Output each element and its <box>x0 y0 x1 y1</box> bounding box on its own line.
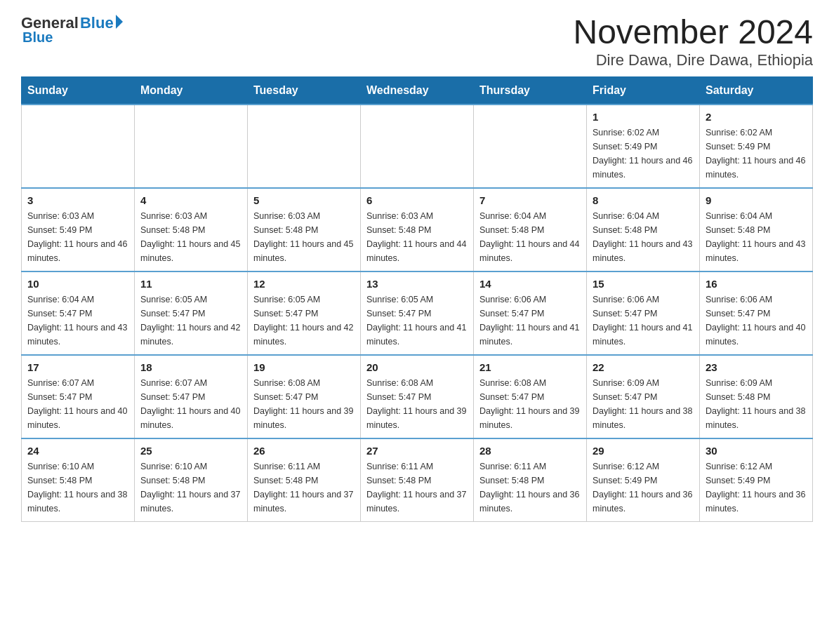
day-info: Sunrise: 6:11 AM Sunset: 5:48 PM Dayligh… <box>479 459 581 516</box>
calendar-day-header: Saturday <box>700 76 813 105</box>
day-number: 5 <box>253 194 355 206</box>
calendar-day-header: Tuesday <box>248 76 361 105</box>
day-info: Sunrise: 6:04 AM Sunset: 5:48 PM Dayligh… <box>593 209 694 265</box>
calendar-cell: 14Sunrise: 6:06 AM Sunset: 5:47 PM Dayli… <box>474 271 587 355</box>
calendar-cell: 17Sunrise: 6:07 AM Sunset: 5:47 PM Dayli… <box>22 355 135 438</box>
day-info: Sunrise: 6:11 AM Sunset: 5:48 PM Dayligh… <box>366 459 468 516</box>
calendar-table: SundayMondayTuesdayWednesdayThursdayFrid… <box>21 76 813 522</box>
calendar-cell: 21Sunrise: 6:08 AM Sunset: 5:47 PM Dayli… <box>474 355 587 438</box>
logo: General Blue Blue <box>21 14 123 46</box>
day-info: Sunrise: 6:08 AM Sunset: 5:47 PM Dayligh… <box>479 376 581 432</box>
calendar-week-row: 1Sunrise: 6:02 AM Sunset: 5:49 PM Daylig… <box>22 105 813 188</box>
day-number: 29 <box>593 445 694 457</box>
calendar-day-header: Monday <box>135 76 248 105</box>
day-number: 10 <box>27 278 128 290</box>
day-number: 1 <box>593 111 694 123</box>
day-info: Sunrise: 6:10 AM Sunset: 5:48 PM Dayligh… <box>140 459 241 516</box>
day-number: 13 <box>366 278 468 290</box>
day-number: 26 <box>253 445 355 457</box>
day-info: Sunrise: 6:05 AM Sunset: 5:47 PM Dayligh… <box>253 293 355 349</box>
day-number: 27 <box>366 445 468 457</box>
calendar-week-row: 17Sunrise: 6:07 AM Sunset: 5:47 PM Dayli… <box>22 355 813 438</box>
calendar-cell: 20Sunrise: 6:08 AM Sunset: 5:47 PM Dayli… <box>361 355 474 438</box>
calendar-cell: 6Sunrise: 6:03 AM Sunset: 5:48 PM Daylig… <box>361 188 474 271</box>
calendar-cell: 10Sunrise: 6:04 AM Sunset: 5:47 PM Dayli… <box>22 271 135 355</box>
day-number: 20 <box>366 361 468 373</box>
day-number: 11 <box>140 278 241 290</box>
day-number: 19 <box>253 361 355 373</box>
day-info: Sunrise: 6:05 AM Sunset: 5:47 PM Dayligh… <box>366 293 468 349</box>
day-number: 8 <box>593 194 694 206</box>
calendar-cell: 26Sunrise: 6:11 AM Sunset: 5:48 PM Dayli… <box>248 438 361 522</box>
day-info: Sunrise: 6:05 AM Sunset: 5:47 PM Dayligh… <box>140 293 241 349</box>
day-number: 30 <box>706 445 807 457</box>
calendar-day-header: Sunday <box>22 76 135 105</box>
calendar-cell: 2Sunrise: 6:02 AM Sunset: 5:49 PM Daylig… <box>700 105 813 188</box>
calendar-cell: 9Sunrise: 6:04 AM Sunset: 5:48 PM Daylig… <box>700 188 813 271</box>
day-number: 28 <box>479 445 581 457</box>
day-info: Sunrise: 6:03 AM Sunset: 5:49 PM Dayligh… <box>27 209 128 265</box>
day-number: 18 <box>140 361 241 373</box>
day-number: 12 <box>253 278 355 290</box>
calendar-cell: 18Sunrise: 6:07 AM Sunset: 5:47 PM Dayli… <box>135 355 248 438</box>
day-info: Sunrise: 6:11 AM Sunset: 5:48 PM Dayligh… <box>253 459 355 516</box>
day-number: 9 <box>706 194 807 206</box>
day-number: 7 <box>479 194 581 206</box>
calendar-cell: 13Sunrise: 6:05 AM Sunset: 5:47 PM Dayli… <box>361 271 474 355</box>
day-info: Sunrise: 6:03 AM Sunset: 5:48 PM Dayligh… <box>140 209 241 265</box>
calendar-cell: 19Sunrise: 6:08 AM Sunset: 5:47 PM Dayli… <box>248 355 361 438</box>
day-info: Sunrise: 6:03 AM Sunset: 5:48 PM Dayligh… <box>366 209 468 265</box>
day-number: 3 <box>27 194 128 206</box>
day-number: 14 <box>479 278 581 290</box>
calendar-cell: 29Sunrise: 6:12 AM Sunset: 5:49 PM Dayli… <box>587 438 700 522</box>
calendar-cell <box>361 105 474 188</box>
calendar-cell: 4Sunrise: 6:03 AM Sunset: 5:48 PM Daylig… <box>135 188 248 271</box>
calendar-cell: 27Sunrise: 6:11 AM Sunset: 5:48 PM Dayli… <box>361 438 474 522</box>
day-info: Sunrise: 6:04 AM Sunset: 5:48 PM Dayligh… <box>479 209 581 265</box>
calendar-cell: 5Sunrise: 6:03 AM Sunset: 5:48 PM Daylig… <box>248 188 361 271</box>
calendar-cell <box>248 105 361 188</box>
calendar-week-row: 24Sunrise: 6:10 AM Sunset: 5:48 PM Dayli… <box>22 438 813 522</box>
page-subtitle: Dire Dawa, Dire Dawa, Ethiopia <box>573 51 813 69</box>
page-header: General Blue Blue November 2024 Dire Daw… <box>21 14 813 69</box>
day-info: Sunrise: 6:04 AM Sunset: 5:48 PM Dayligh… <box>706 209 807 265</box>
day-number: 4 <box>140 194 241 206</box>
day-info: Sunrise: 6:06 AM Sunset: 5:47 PM Dayligh… <box>479 293 581 349</box>
calendar-cell: 8Sunrise: 6:04 AM Sunset: 5:48 PM Daylig… <box>587 188 700 271</box>
day-info: Sunrise: 6:07 AM Sunset: 5:47 PM Dayligh… <box>140 376 241 432</box>
day-info: Sunrise: 6:12 AM Sunset: 5:49 PM Dayligh… <box>593 459 694 516</box>
calendar-day-header: Friday <box>587 76 700 105</box>
day-number: 22 <box>593 361 694 373</box>
calendar-cell: 24Sunrise: 6:10 AM Sunset: 5:48 PM Dayli… <box>22 438 135 522</box>
calendar-day-header: Wednesday <box>361 76 474 105</box>
day-number: 6 <box>366 194 468 206</box>
calendar-cell: 3Sunrise: 6:03 AM Sunset: 5:49 PM Daylig… <box>22 188 135 271</box>
calendar-day-header: Thursday <box>474 76 587 105</box>
calendar-cell: 7Sunrise: 6:04 AM Sunset: 5:48 PM Daylig… <box>474 188 587 271</box>
calendar-cell: 25Sunrise: 6:10 AM Sunset: 5:48 PM Dayli… <box>135 438 248 522</box>
calendar-cell: 15Sunrise: 6:06 AM Sunset: 5:47 PM Dayli… <box>587 271 700 355</box>
day-number: 15 <box>593 278 694 290</box>
calendar-week-row: 10Sunrise: 6:04 AM Sunset: 5:47 PM Dayli… <box>22 271 813 355</box>
day-number: 17 <box>27 361 128 373</box>
logo-sub: Blue <box>22 29 53 46</box>
calendar-cell: 23Sunrise: 6:09 AM Sunset: 5:48 PM Dayli… <box>700 355 813 438</box>
calendar-cell <box>22 105 135 188</box>
day-info: Sunrise: 6:04 AM Sunset: 5:47 PM Dayligh… <box>27 293 128 349</box>
calendar-cell: 22Sunrise: 6:09 AM Sunset: 5:47 PM Dayli… <box>587 355 700 438</box>
day-number: 16 <box>706 278 807 290</box>
day-number: 24 <box>27 445 128 457</box>
day-number: 2 <box>706 111 807 123</box>
calendar-cell <box>474 105 587 188</box>
day-number: 21 <box>479 361 581 373</box>
calendar-cell: 12Sunrise: 6:05 AM Sunset: 5:47 PM Dayli… <box>248 271 361 355</box>
day-info: Sunrise: 6:09 AM Sunset: 5:48 PM Dayligh… <box>706 376 807 432</box>
day-number: 25 <box>140 445 241 457</box>
day-info: Sunrise: 6:12 AM Sunset: 5:49 PM Dayligh… <box>706 459 807 516</box>
day-info: Sunrise: 6:06 AM Sunset: 5:47 PM Dayligh… <box>706 293 807 349</box>
day-info: Sunrise: 6:10 AM Sunset: 5:48 PM Dayligh… <box>27 459 128 516</box>
day-info: Sunrise: 6:06 AM Sunset: 5:47 PM Dayligh… <box>593 293 694 349</box>
day-info: Sunrise: 6:08 AM Sunset: 5:47 PM Dayligh… <box>253 376 355 432</box>
calendar-week-row: 3Sunrise: 6:03 AM Sunset: 5:49 PM Daylig… <box>22 188 813 271</box>
page-title: November 2024 <box>573 14 813 51</box>
